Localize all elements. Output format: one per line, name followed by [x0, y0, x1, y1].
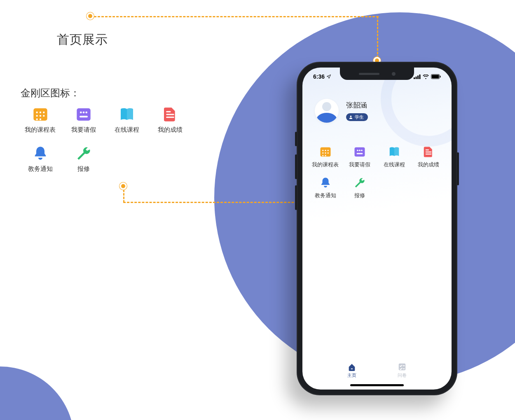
- icon-section-label: 金刚区图标：: [21, 86, 80, 100]
- grid-item-schedule[interactable]: 我的课程表: [308, 146, 343, 168]
- grid-item-leave: 我要请假: [62, 106, 105, 134]
- grid-item-label: 教务通知: [28, 165, 53, 173]
- status-time: 6:36: [313, 73, 325, 80]
- role-badge: 学生: [346, 113, 368, 121]
- open-book-icon: [388, 146, 400, 158]
- decorative-circle-small: [0, 366, 74, 420]
- tab-label: 主页: [347, 372, 356, 378]
- svg-rect-38: [357, 153, 363, 154]
- avatar[interactable]: [315, 99, 339, 123]
- grid-item-label: 我的成绩: [418, 161, 439, 168]
- home-icon: [347, 362, 356, 371]
- svg-point-31: [327, 152, 328, 154]
- grid-item-label: 在线课程: [384, 161, 405, 168]
- tab-survey[interactable]: 问卷: [398, 362, 407, 378]
- bell-icon: [32, 145, 49, 162]
- user-card: 张韶涵 学生: [302, 99, 452, 123]
- battery-icon: [431, 74, 441, 79]
- svg-rect-18: [416, 77, 417, 79]
- svg-point-27: [325, 150, 326, 151]
- grid-item-grades: 我的成绩: [148, 106, 192, 134]
- calendar-grid-icon: [319, 146, 332, 158]
- svg-point-11: [82, 112, 84, 114]
- svg-rect-17: [414, 77, 415, 79]
- svg-point-30: [325, 152, 326, 154]
- connector-dot-icon: [87, 12, 94, 20]
- svg-point-28: [327, 150, 328, 151]
- wifi-icon: [423, 75, 429, 79]
- bell-icon: [319, 177, 332, 189]
- wrench-icon: [75, 145, 92, 162]
- open-book-icon: [119, 106, 135, 123]
- grid-item-label: 报修: [77, 165, 90, 173]
- svg-rect-9: [77, 108, 90, 121]
- document-icon: [422, 146, 435, 158]
- grid-item-label: 我的课程表: [25, 126, 56, 134]
- svg-point-3: [43, 112, 44, 113]
- svg-point-2: [39, 112, 41, 113]
- phone-screen: 6:36 张韶涵: [302, 68, 452, 390]
- keypad-icon: [75, 106, 92, 123]
- grid-item-online: 在线课程: [105, 106, 148, 134]
- svg-rect-13: [80, 116, 88, 117]
- document-icon: [162, 106, 178, 123]
- grid-item-notice: 教务通知: [19, 145, 62, 173]
- grid-item-label: 报修: [354, 192, 365, 199]
- user-badge-icon: [349, 115, 353, 119]
- svg-point-35: [357, 150, 359, 152]
- tab-bar: 主页 问卷: [302, 358, 452, 382]
- grid-item-label: 我要请假: [71, 126, 96, 134]
- svg-point-1: [36, 112, 37, 113]
- grid-item-notice[interactable]: 教务通知: [308, 177, 343, 199]
- svg-rect-22: [432, 75, 439, 78]
- phone-notch: [340, 68, 414, 80]
- svg-point-5: [39, 115, 41, 117]
- phone-mockup: 6:36 张韶涵: [297, 62, 457, 395]
- svg-rect-19: [417, 75, 419, 79]
- svg-point-24: [350, 116, 352, 117]
- connector-top: [87, 12, 383, 66]
- svg-point-32: [322, 155, 323, 156]
- svg-point-7: [36, 119, 37, 120]
- tab-label: 问卷: [398, 372, 407, 378]
- grid-item-label: 我的成绩: [158, 126, 183, 134]
- svg-rect-20: [419, 75, 421, 79]
- role-badge-label: 学生: [355, 114, 364, 120]
- grid-item-label: 我的课程表: [312, 161, 339, 168]
- signal-icon: [414, 75, 421, 79]
- svg-rect-43: [399, 363, 406, 370]
- calendar-grid-icon: [32, 106, 49, 123]
- user-name: 张韶涵: [346, 100, 368, 110]
- phone-icon-grid: 我的课程表我要请假在线课程我的成绩教务通知报修: [302, 146, 452, 199]
- svg-point-36: [359, 150, 361, 152]
- svg-point-8: [39, 119, 41, 120]
- svg-point-26: [322, 150, 323, 151]
- svg-point-33: [325, 155, 326, 156]
- svg-rect-23: [440, 76, 441, 78]
- grid-item-repair[interactable]: 报修: [343, 177, 377, 199]
- svg-point-4: [36, 115, 37, 117]
- grid-item-label: 在线课程: [115, 126, 139, 134]
- grid-item-leave[interactable]: 我要请假: [343, 146, 377, 168]
- connector-mid: [119, 182, 313, 203]
- grid-item-label: 我要请假: [349, 161, 370, 168]
- location-arrow-icon: [326, 74, 331, 79]
- svg-point-10: [80, 112, 82, 114]
- tab-home[interactable]: 主页: [347, 362, 356, 378]
- home-indicator[interactable]: [350, 384, 404, 386]
- svg-point-6: [43, 115, 44, 117]
- svg-point-29: [322, 152, 323, 154]
- svg-rect-42: [351, 368, 353, 369]
- wrench-icon: [353, 177, 366, 189]
- connector-dot-icon: [119, 182, 127, 190]
- keypad-icon: [353, 146, 366, 158]
- grid-item-label: 教务通知: [315, 192, 336, 199]
- left-icon-grid: 我的课程表我要请假在线课程我的成绩教务通知报修: [19, 106, 192, 173]
- grid-item-grades[interactable]: 我的成绩: [412, 146, 446, 168]
- svg-point-12: [85, 112, 87, 114]
- svg-point-37: [361, 150, 363, 152]
- svg-rect-34: [355, 147, 365, 157]
- survey-icon: [398, 362, 407, 371]
- grid-item-repair: 报修: [62, 145, 105, 173]
- grid-item-online[interactable]: 在线课程: [377, 146, 412, 168]
